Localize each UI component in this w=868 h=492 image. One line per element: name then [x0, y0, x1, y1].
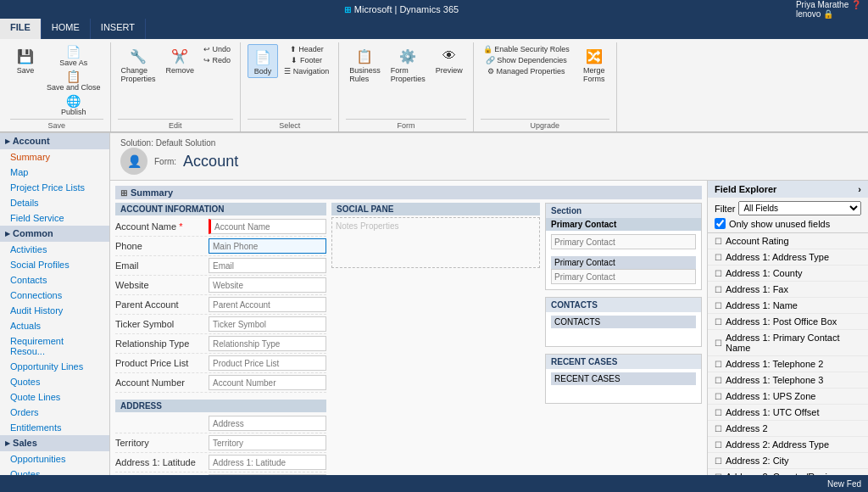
- undo-button[interactable]: ↩ Undo: [201, 44, 233, 54]
- footer-button[interactable]: ⬇ Footer: [281, 55, 331, 65]
- nav-item-entitlements[interactable]: Entitlements: [0, 420, 109, 435]
- content-area: Solution: Default Solution 👤 Form: Accou…: [110, 133, 868, 492]
- status-bar: New Fed: [0, 475, 868, 492]
- relationship-input[interactable]: [209, 336, 326, 351]
- nav-item-social-profiles[interactable]: Social Profiles: [0, 257, 109, 272]
- left-nav: ▸ Account Summary Map Project Price List…: [0, 133, 110, 492]
- account-number-input[interactable]: [209, 375, 326, 390]
- publish-button[interactable]: 🌐 Publish: [44, 93, 103, 117]
- nav-section-sales[interactable]: ▸ Sales: [0, 435, 109, 451]
- tab-file[interactable]: FILE: [0, 19, 42, 39]
- fe-field-addr1-name[interactable]: ☐ Address 1: Name: [708, 298, 868, 314]
- fe-field-addr2[interactable]: ☐ Address 2: [708, 421, 868, 437]
- nav-item-quote-lines[interactable]: Quote Lines: [0, 389, 109, 405]
- fe-field-addr1-tel2[interactable]: ☐ Address 1: Telephone 2: [708, 356, 868, 372]
- primary-contact-input-2[interactable]: [551, 269, 696, 284]
- ribbon: FILE HOME INSERT 💾 Save 📄 Save As 📋 Sa: [0, 19, 868, 133]
- fe-field-addr1-ups[interactable]: ☐ Address 1: UPS Zone: [708, 389, 868, 405]
- business-rules-button[interactable]: 📋 BusinessRules: [346, 44, 384, 85]
- managed-props-button[interactable]: ⚙ Managed Properties: [481, 66, 572, 76]
- filter-select[interactable]: All Fields: [738, 201, 861, 215]
- merge-forms-button[interactable]: 🔀 MergeForms: [579, 44, 609, 85]
- tab-home[interactable]: HOME: [42, 19, 91, 39]
- nav-item-orders[interactable]: Orders: [0, 405, 109, 420]
- account-name-input[interactable]: [209, 219, 326, 234]
- field-icon: ☐: [715, 440, 722, 450]
- remove-button[interactable]: ✂️ Remove: [163, 44, 198, 76]
- parent-account-input[interactable]: [209, 297, 326, 312]
- nav-item-actuals[interactable]: Actuals: [0, 318, 109, 333]
- preview-icon: 👁: [439, 46, 459, 66]
- ticker-input[interactable]: [209, 316, 326, 332]
- enable-security-button[interactable]: 🔒 Enable Security Roles: [481, 44, 572, 54]
- fe-field-addr1-type[interactable]: ☐ Address 1: Address Type: [708, 249, 868, 266]
- unused-fields-checkbox[interactable]: [715, 218, 726, 229]
- nav-item-quotes[interactable]: Quotes: [0, 374, 109, 389]
- filter-label: Filter: [715, 204, 735, 214]
- field-row-phone: Phone: [115, 237, 326, 256]
- change-props-icon: 🔧: [128, 46, 148, 66]
- form-name-label: Form:: [154, 157, 176, 166]
- primary-contact-input-1[interactable]: [551, 234, 696, 249]
- nav-item-audit-history[interactable]: Audit History: [0, 303, 109, 318]
- save-button[interactable]: 💾 Save: [10, 44, 41, 76]
- fe-field-addr1-fax[interactable]: ☐ Address 1: Fax: [708, 282, 868, 298]
- field-row-account-name: Account Name: [115, 217, 326, 237]
- primary-contact-header: Primary Contact: [546, 218, 701, 231]
- latitude-input[interactable]: [209, 455, 326, 470]
- nav-item-project-price-lists[interactable]: Project Price Lists: [0, 180, 109, 195]
- fe-field-account-rating[interactable]: ☐ Account Rating: [708, 233, 868, 249]
- tab-insert[interactable]: INSERT: [91, 19, 146, 39]
- fe-field-addr1-county[interactable]: ☐ Address 1: County: [708, 266, 868, 282]
- nav-item-connections[interactable]: Connections: [0, 288, 109, 303]
- app-title: ⊞ Microsoft | Dynamics 365: [344, 4, 459, 14]
- merge-icon: 🔀: [584, 46, 604, 66]
- nav-item-activities[interactable]: Activities: [0, 242, 109, 257]
- nav-item-contacts[interactable]: Contacts: [0, 272, 109, 288]
- body-button[interactable]: 📄 Body: [248, 44, 278, 78]
- field-icon: ☐: [715, 285, 722, 294]
- form-3col-layout: ACCOUNT INFORMATION Account Name Phone: [115, 203, 702, 492]
- save-as-button[interactable]: 📄 Save As: [44, 44, 103, 68]
- address-input[interactable]: [209, 416, 326, 431]
- navigation-button[interactable]: ☰ Navigation: [281, 66, 331, 76]
- fe-field-addr1-tel3[interactable]: ☐ Address 1: Telephone 3: [708, 372, 868, 389]
- nav-section-common[interactable]: ▸ Common: [0, 226, 109, 242]
- save-icon: 💾: [15, 46, 36, 66]
- email-input[interactable]: [209, 258, 326, 273]
- price-list-input[interactable]: [209, 355, 326, 371]
- redo-button[interactable]: ↪ Redo: [201, 55, 233, 65]
- expand-icon[interactable]: ›: [858, 184, 861, 194]
- website-input[interactable]: [209, 277, 326, 293]
- nav-item-opportunities[interactable]: Opportunities: [0, 451, 109, 467]
- contacts-header: CONTACTS: [546, 298, 701, 312]
- phone-input[interactable]: [209, 238, 326, 254]
- territory-input[interactable]: [209, 435, 326, 450]
- nav-item-map[interactable]: Map: [0, 165, 109, 180]
- field-icon: ☐: [715, 408, 722, 417]
- preview-button[interactable]: 👁 Preview: [432, 44, 466, 76]
- field-icon: ☐: [715, 424, 722, 433]
- form-props-button[interactable]: ⚙️ FormProperties: [387, 44, 429, 85]
- nav-item-details[interactable]: Details: [0, 195, 109, 210]
- nav-item-summary[interactable]: Summary: [0, 149, 109, 165]
- fe-field-addr1-po-box[interactable]: ☐ Address 1: Post Office Box: [708, 314, 868, 330]
- fe-field-addr1-primary-contact[interactable]: ☐ Address 1: Primary Contact Name: [708, 330, 868, 356]
- phone-label: Phone: [115, 241, 209, 251]
- nav-item-field-service[interactable]: Field Service: [0, 210, 109, 226]
- save-close-button[interactable]: 📋 Save and Close: [44, 69, 103, 92]
- fe-field-addr2-type[interactable]: ☐ Address 2: Address Type: [708, 437, 868, 453]
- header-button[interactable]: ⬆ Header: [281, 44, 331, 54]
- account-number-label: Account Number: [115, 377, 209, 388]
- field-icon: ☐: [715, 376, 722, 385]
- field-icon: ☐: [715, 456, 722, 466]
- nav-section-account[interactable]: ▸ Account: [0, 133, 109, 149]
- show-deps-button[interactable]: 🔗 Show Dependencies: [481, 55, 572, 65]
- field-explorer-list: ☐ Account Rating ☐ Address 1: Address Ty…: [708, 233, 868, 492]
- fe-field-addr2-city[interactable]: ☐ Address 2: City: [708, 453, 868, 469]
- change-props-button[interactable]: 🔧 ChangeProperties: [118, 44, 159, 85]
- nav-item-opportunity-lines[interactable]: Opportunity Lines: [0, 359, 109, 374]
- fe-field-addr1-utc[interactable]: ☐ Address 1: UTC Offset: [708, 405, 868, 421]
- nav-item-requirement[interactable]: Requirement Resou...: [0, 333, 109, 359]
- recent-cases-body: RECENT CASES: [546, 369, 701, 403]
